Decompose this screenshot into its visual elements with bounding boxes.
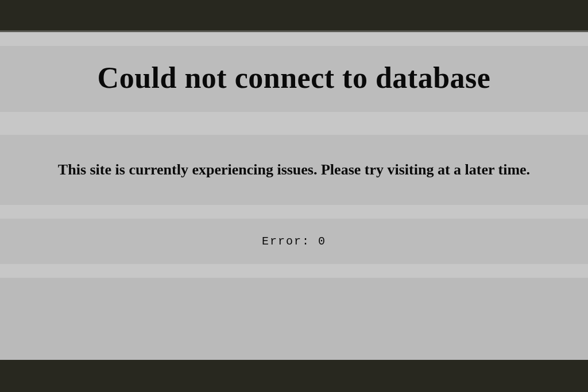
error-code-value: 0: [318, 235, 326, 248]
spacer: [0, 264, 588, 278]
bottom-bar: [0, 360, 588, 392]
error-title: Could not connect to database: [0, 61, 588, 95]
error-code-row: Error: 0: [0, 219, 588, 264]
spacer: [0, 205, 588, 219]
spacer: [0, 32, 588, 46]
spacer: [0, 278, 588, 360]
top-bar: [0, 0, 588, 32]
error-subtitle-row: This site is currently experiencing issu…: [0, 135, 588, 205]
error-code: Error: 0: [262, 235, 326, 248]
error-subtitle: This site is currently experiencing issu…: [0, 161, 588, 178]
spacer: [0, 112, 588, 135]
error-title-row: Could not connect to database: [0, 46, 588, 112]
error-code-label: Error:: [262, 235, 310, 248]
main-content: Could not connect to database This site …: [0, 32, 588, 360]
